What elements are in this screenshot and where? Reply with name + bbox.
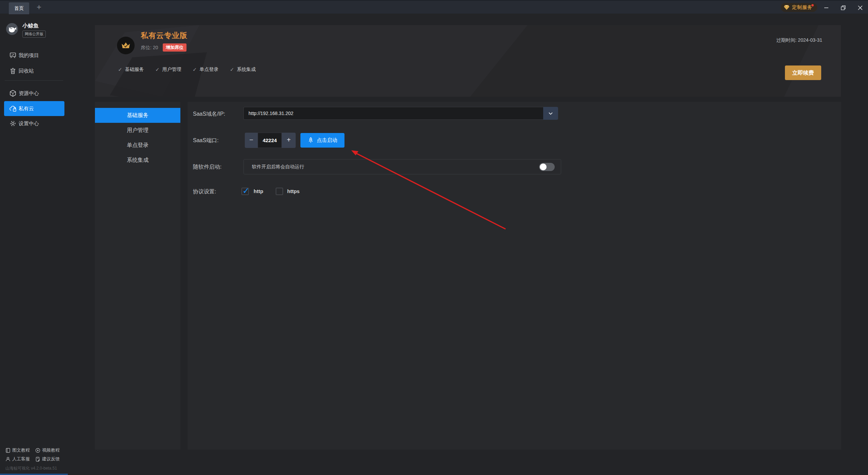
settings-tab-panel: 基础服务 用户管理 单点登录 系统集成 bbox=[95, 102, 180, 450]
title-bar: 首页 + 定制服务 bbox=[0, 0, 868, 14]
link-video-tutorial[interactable]: 视频教程 bbox=[35, 447, 60, 453]
feature-sso: ✓ 单点登录 bbox=[193, 66, 219, 73]
app-version: 山海鲸可视化 v4.2.0-beta.51 bbox=[5, 466, 57, 471]
custom-service-button[interactable]: 定制服务 bbox=[781, 3, 817, 12]
user-avatar[interactable] bbox=[6, 23, 18, 35]
app-window: 首页 + 定制服务 小鲸鱼 网络公开版 bbox=[0, 0, 868, 475]
custom-service-label: 定制服务 bbox=[792, 4, 812, 11]
restore-button[interactable] bbox=[839, 3, 848, 12]
check-icon: ✓ bbox=[118, 66, 122, 73]
tab-basic-service[interactable]: 基础服务 bbox=[95, 108, 180, 123]
sidebar-divider bbox=[5, 80, 63, 81]
link-feedback[interactable]: 建议反馈 bbox=[35, 456, 60, 462]
link-customer-service[interactable]: 人工客服 bbox=[5, 456, 30, 462]
https-checkbox[interactable] bbox=[276, 188, 283, 195]
whiteboard-icon bbox=[9, 52, 17, 59]
diamond-icon bbox=[784, 5, 790, 10]
sidebar-item-label: 设置中心 bbox=[19, 120, 39, 127]
link-text-tutorial[interactable]: 图文教程 bbox=[5, 447, 30, 453]
https-label: https bbox=[287, 188, 300, 194]
chevron-down-icon bbox=[548, 112, 553, 115]
feature-label: 基础服务 bbox=[125, 66, 144, 73]
notification-dot bbox=[811, 4, 814, 6]
book-icon bbox=[5, 448, 11, 453]
domain-input[interactable] bbox=[243, 107, 543, 120]
gear-icon bbox=[9, 120, 17, 127]
feedback-doc-icon bbox=[35, 457, 40, 462]
bottom-accent-line bbox=[0, 474, 68, 475]
person-icon bbox=[5, 457, 11, 462]
feature-basic-service: ✓ 基础服务 bbox=[118, 66, 144, 73]
link-label: 人工客服 bbox=[12, 456, 30, 462]
http-label: http bbox=[254, 188, 263, 194]
autostart-box: 软件开启后将会自动运行 bbox=[243, 159, 561, 174]
trash-icon bbox=[9, 67, 17, 75]
autostart-toggle[interactable] bbox=[539, 163, 555, 171]
start-service-button[interactable]: 点击启动 bbox=[300, 133, 344, 148]
check-icon: ✓ bbox=[230, 66, 234, 73]
start-service-label: 点击启动 bbox=[317, 137, 337, 144]
minimize-button[interactable] bbox=[822, 3, 831, 12]
crown-icon bbox=[121, 41, 131, 50]
protocol-label: 协议设置: bbox=[193, 188, 216, 195]
sidebar-item-label: 回收站 bbox=[19, 68, 34, 74]
seats-count: 席位: 20 bbox=[141, 45, 158, 51]
rocket-icon bbox=[308, 137, 314, 144]
autostart-label: 随软件启动: bbox=[193, 164, 221, 171]
domain-label: SaaS域名/IP: bbox=[193, 111, 225, 118]
port-decrement-button[interactable]: − bbox=[245, 133, 258, 148]
sidebar-item-label: 我的项目 bbox=[19, 52, 39, 59]
add-seats-button[interactable]: 增加席位 bbox=[163, 43, 186, 52]
feature-label: 系统集成 bbox=[237, 66, 256, 73]
tab-user-management[interactable]: 用户管理 bbox=[95, 123, 180, 138]
tab-sso[interactable]: 单点登录 bbox=[95, 138, 180, 153]
sidebar-item-projects[interactable]: 我的项目 bbox=[0, 49, 68, 62]
http-checkbox[interactable]: ✓ bbox=[241, 188, 249, 195]
link-label: 图文教程 bbox=[12, 447, 30, 453]
sidebar-item-label: 资源中心 bbox=[19, 90, 39, 97]
link-label: 视频教程 bbox=[42, 447, 60, 453]
play-circle-icon bbox=[35, 448, 40, 453]
port-increment-button[interactable]: + bbox=[282, 133, 296, 148]
license-banner: 私有云专业版 席位: 20 增加席位 ✓ 基础服务 ✓ 用户管理 ✓ 单点登录 … bbox=[95, 25, 841, 97]
user-name: 小鲸鱼 bbox=[22, 22, 39, 30]
feature-user-management: ✓ 用户管理 bbox=[155, 66, 181, 73]
new-tab-button[interactable]: + bbox=[34, 2, 44, 12]
check-icon: ✓ bbox=[193, 66, 197, 73]
check-icon: ✓ bbox=[155, 66, 160, 73]
renew-button[interactable]: 立即续费 bbox=[785, 65, 821, 80]
feature-label: 单点登录 bbox=[200, 66, 219, 73]
check-icon: ✓ bbox=[242, 186, 250, 196]
link-label: 建议反馈 bbox=[42, 456, 60, 462]
tab-integration[interactable]: 系统集成 bbox=[95, 153, 180, 168]
basic-service-form: SaaS域名/IP: SaaS端口: − + 点击启动 随软件启动: 软件开启后… bbox=[188, 102, 841, 450]
feature-label: 用户管理 bbox=[162, 66, 181, 73]
close-button[interactable] bbox=[856, 3, 865, 12]
tab-home[interactable]: 首页 bbox=[9, 2, 29, 14]
edition-title: 私有云专业版 bbox=[141, 31, 188, 41]
cloud-lock-icon bbox=[9, 105, 17, 112]
sidebar-item-private-cloud[interactable]: 私有云 bbox=[4, 101, 64, 116]
port-label: SaaS端口: bbox=[193, 137, 219, 144]
cube-icon bbox=[9, 90, 17, 97]
sidebar-item-label: 私有云 bbox=[19, 106, 34, 112]
user-edition-badge: 网络公开版 bbox=[22, 31, 46, 38]
whale-icon bbox=[8, 25, 17, 33]
domain-dropdown-button[interactable] bbox=[543, 107, 558, 120]
port-input[interactable] bbox=[258, 133, 282, 148]
sidebar-item-resources[interactable]: 资源中心 bbox=[0, 87, 68, 100]
toggle-knob bbox=[540, 164, 547, 170]
sidebar-item-settings[interactable]: 设置中心 bbox=[0, 117, 68, 130]
sidebar-item-recycle[interactable]: 回收站 bbox=[0, 64, 68, 78]
expire-time: 过期时间: 2024-03-31 bbox=[776, 37, 822, 43]
banner-decoration bbox=[95, 25, 841, 97]
crown-badge bbox=[117, 37, 135, 54]
autostart-description: 软件开启后将会自动运行 bbox=[252, 164, 304, 170]
feature-integration: ✓ 系统集成 bbox=[230, 66, 256, 73]
